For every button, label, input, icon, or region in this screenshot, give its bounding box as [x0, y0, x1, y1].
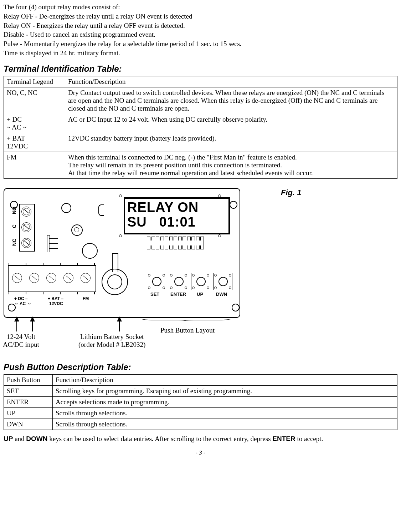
terminal-label-12vdc: 12VDC: [49, 302, 63, 306]
callout-battery: Lithium Battery Socket (order Model # LB…: [78, 333, 145, 349]
th-pushbutton: Push Button: [4, 374, 53, 385]
terminal-label-nc: NC: [11, 239, 17, 246]
table-row: DWN Scrolls through selections.: [4, 419, 397, 430]
cell-legend: + DC – ~ AC ~: [4, 114, 65, 133]
component-icon: [71, 224, 83, 236]
terminal-label-dc: + DC –: [14, 297, 28, 301]
enter-button[interactable]: [169, 273, 188, 290]
arrow-line: [119, 321, 120, 331]
table-row: + BAT – 12VDC 12VDC standby battery inpu…: [4, 133, 397, 152]
pushbutton-table: Push Button Function/Description SET Scr…: [4, 374, 397, 430]
screw-hole-icon: [218, 194, 221, 197]
intro-line: Relay OFF - De-energizes the relay until…: [4, 12, 397, 21]
terminal-table: Terminal Legend Function/Description NO,…: [4, 76, 397, 179]
footnote-text: to accept.: [295, 435, 323, 442]
table-row: UP Scrolls through selections.: [4, 407, 397, 419]
terminal-label-bat: + BAT –: [48, 297, 63, 301]
terminal-label-no: NO: [11, 207, 17, 214]
relay-terminal-block: [19, 204, 35, 252]
th-terminal-legend: Terminal Legend: [4, 76, 65, 87]
callout-pushbutton: Push Button Layout: [160, 326, 215, 334]
set-button[interactable]: [147, 273, 166, 290]
lcd-line1: RELAY ON: [127, 200, 199, 215]
table-row: NO, C, NC Dry Contact output used to swi…: [4, 87, 397, 114]
th-function: Function/Description: [53, 374, 397, 385]
cell-btn: DWN: [4, 419, 53, 430]
screw-hole-icon: [218, 234, 221, 237]
cell-desc: AC or DC Input 12 to 24 volt. When using…: [65, 114, 397, 133]
footnote-text: and: [13, 435, 26, 442]
table-row: SET Scrolling keys for programming. Esca…: [4, 385, 397, 396]
screw-hole-icon: [119, 234, 122, 237]
pushbutton-table-title: Push Button Description Table:: [4, 362, 397, 372]
screw-hole-icon: [119, 194, 122, 197]
page-number: - 3 -: [4, 449, 397, 456]
mounting-hole-icon: [230, 201, 237, 209]
cell-desc: Dry Contact output used to switch contro…: [65, 87, 397, 114]
intro-line: Disable - Used to cancel an existing pro…: [4, 30, 397, 39]
cell-btn: UP: [4, 407, 53, 419]
heatsink-icon: [47, 235, 58, 252]
cell-legend: FM: [4, 152, 65, 178]
footnote-up: UP: [4, 435, 13, 442]
terminal-label-fm: FM: [83, 297, 89, 301]
arrow-line: [32, 321, 33, 331]
table-row: FM When this terminal is connected to DC…: [4, 152, 397, 178]
power-terminal-block: [8, 265, 96, 292]
cell-desc: Scrolls through selections.: [53, 419, 397, 430]
intro-line: Time is displayed in 24 hr. military for…: [4, 49, 397, 57]
cell-desc: Scrolling keys for programming. Escaping…: [53, 385, 397, 396]
component-icon: [61, 203, 71, 213]
table-row: ENTER Accepts selections made to program…: [4, 396, 397, 407]
arrow-line: [16, 321, 17, 331]
terminal-label-ac: ～ AC ～: [14, 302, 31, 306]
intro-line: The four (4) output relay modes consist …: [4, 3, 397, 11]
terminal-label-c: C: [11, 224, 17, 228]
intro-line: Relay ON - Energizes the relay until a r…: [4, 21, 397, 30]
figure-label: Fig. 1: [281, 188, 301, 197]
lcd-display: RELAY ON SU 01:01: [124, 197, 230, 234]
footnote-text: keys can be used to select data entries.…: [48, 435, 273, 442]
table-row: + DC – ~ AC ~ AC or DC Input 12 to 24 vo…: [4, 114, 397, 133]
callout-input: 12-24 Volt AC/DC input: [3, 333, 39, 349]
btn-label-set: SET: [150, 292, 159, 297]
cell-desc: Scrolls through selections.: [53, 407, 397, 419]
th-function: Function/Description: [65, 76, 397, 87]
cell-legend: + BAT – 12VDC: [4, 133, 65, 152]
pcb-board: RELAY ON SU 01:01: [4, 188, 240, 318]
cell-desc: 12VDC standby battery input (battery lea…: [65, 133, 397, 152]
figure-1: RELAY ON SU 01:01: [4, 188, 274, 356]
footnote: UP and DOWN keys can be used to select d…: [4, 435, 397, 443]
component-icon: [82, 243, 98, 259]
terminal-table-title: Terminal Identification Table:: [4, 64, 397, 74]
footnote-down: DOWN: [26, 435, 47, 442]
cell-desc: Accepts selections made to programming.: [53, 396, 397, 407]
btn-label-dwn: DWN: [216, 292, 227, 297]
cell-legend: NO, C, NC: [4, 87, 65, 114]
btn-label-enter: ENTER: [170, 292, 186, 297]
footnote-enter: ENTER: [272, 435, 295, 442]
battery-socket-icon: [101, 253, 129, 299]
mounting-hole-icon: [232, 304, 240, 311]
table-header-row: Terminal Legend Function/Description: [4, 76, 397, 87]
dwn-button[interactable]: [213, 273, 232, 290]
intro-line: Pulse - Momentarily energizes the relay …: [4, 40, 397, 48]
ic-chip-icon: [147, 237, 204, 251]
cell-btn: SET: [4, 385, 53, 396]
btn-label-up: UP: [197, 292, 203, 297]
component-icon: [98, 204, 104, 216]
table-header-row: Push Button Function/Description: [4, 374, 397, 385]
up-button[interactable]: [191, 273, 210, 290]
lcd-line2: SU 01:01: [127, 214, 196, 229]
cell-desc: When this terminal is connected to DC ne…: [65, 152, 397, 178]
cell-btn: ENTER: [4, 396, 53, 407]
brace-icon: ︸: [139, 315, 242, 326]
